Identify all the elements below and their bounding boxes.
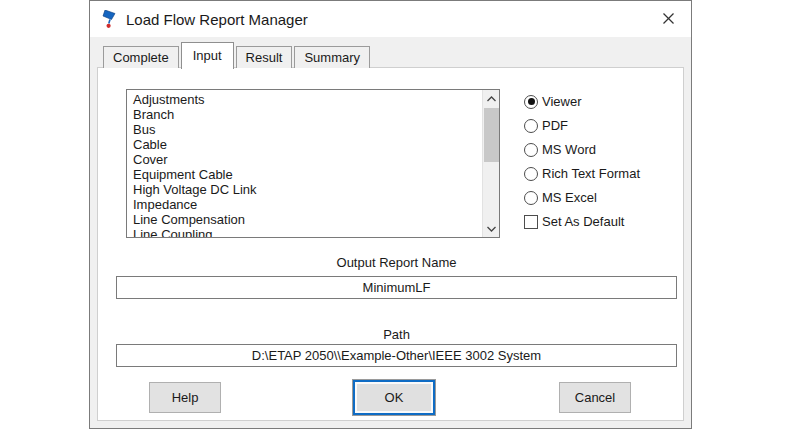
etap-pin-icon xyxy=(102,10,117,29)
cancel-button[interactable]: Cancel xyxy=(559,382,631,413)
radio-label: Rich Text Format xyxy=(542,166,640,181)
tab-strip: CompleteInputResultSummary xyxy=(103,41,372,68)
list-item-impedance[interactable]: Impedance xyxy=(133,197,482,212)
checkbox-box[interactable] xyxy=(524,215,538,229)
tab-summary[interactable]: Summary xyxy=(294,46,370,68)
list-item-cover[interactable]: Cover xyxy=(133,152,482,167)
tab-complete[interactable]: Complete xyxy=(103,46,179,68)
radio-viewer[interactable]: Viewer xyxy=(524,94,640,109)
list-item-equipment-cable[interactable]: Equipment Cable xyxy=(133,167,482,182)
radio-pdf[interactable]: PDF xyxy=(524,118,640,133)
radio-rich-text-format[interactable]: Rich Text Format xyxy=(524,166,640,181)
scrollbar-thumb[interactable] xyxy=(484,108,499,162)
list-item-bus[interactable]: Bus xyxy=(133,122,482,137)
close-icon[interactable] xyxy=(646,1,691,35)
help-button[interactable]: Help xyxy=(149,382,221,413)
list-item-adjustments[interactable]: Adjustments xyxy=(133,92,482,107)
checkbox-label: Set As Default xyxy=(542,214,624,229)
radio-circle[interactable] xyxy=(524,191,538,205)
window-title: Load Flow Report Manager xyxy=(126,11,308,28)
list-item-line-coupling[interactable]: Line Coupling xyxy=(133,227,482,237)
report-sections-list: AdjustmentsBranchBusCableCoverEquipment … xyxy=(127,90,482,237)
path-label: Path xyxy=(116,327,677,342)
radio-label: Viewer xyxy=(542,94,582,109)
set-as-default-checkbox[interactable]: Set As Default xyxy=(524,214,624,229)
load-flow-report-manager-dialog: Load Flow Report Manager CompleteInputRe… xyxy=(89,0,692,429)
output-format-radio-group: ViewerPDFMS WordRich Text FormatMS Excel xyxy=(524,94,640,214)
tab-result[interactable]: Result xyxy=(236,46,293,68)
ok-button[interactable]: OK xyxy=(353,380,435,415)
radio-circle[interactable] xyxy=(524,119,538,133)
chevron-down-icon[interactable] xyxy=(483,220,500,237)
radio-label: MS Excel xyxy=(542,190,597,205)
list-item-line-compensation[interactable]: Line Compensation xyxy=(133,212,482,227)
list-item-cable[interactable]: Cable xyxy=(133,137,482,152)
tab-input[interactable]: Input xyxy=(181,42,234,69)
list-item-high-voltage-dc-link[interactable]: High Voltage DC Link xyxy=(133,182,482,197)
list-item-branch[interactable]: Branch xyxy=(133,107,482,122)
path-input[interactable] xyxy=(116,344,677,367)
report-sections-listbox[interactable]: AdjustmentsBranchBusCableCoverEquipment … xyxy=(126,89,500,238)
radio-circle[interactable] xyxy=(524,167,538,181)
title-bar: Load Flow Report Manager xyxy=(90,1,691,37)
chevron-up-icon[interactable] xyxy=(483,90,500,107)
radio-ms-word[interactable]: MS Word xyxy=(524,142,640,157)
radio-circle[interactable] xyxy=(524,95,538,109)
output-report-name-label: Output Report Name xyxy=(116,255,677,270)
tab-page-input: AdjustmentsBranchBusCableCoverEquipment … xyxy=(97,67,684,421)
radio-circle[interactable] xyxy=(524,143,538,157)
radio-label: MS Word xyxy=(542,142,596,157)
listbox-scrollbar[interactable] xyxy=(482,90,499,237)
radio-ms-excel[interactable]: MS Excel xyxy=(524,190,640,205)
output-report-name-input[interactable] xyxy=(116,276,677,299)
radio-label: PDF xyxy=(542,118,568,133)
